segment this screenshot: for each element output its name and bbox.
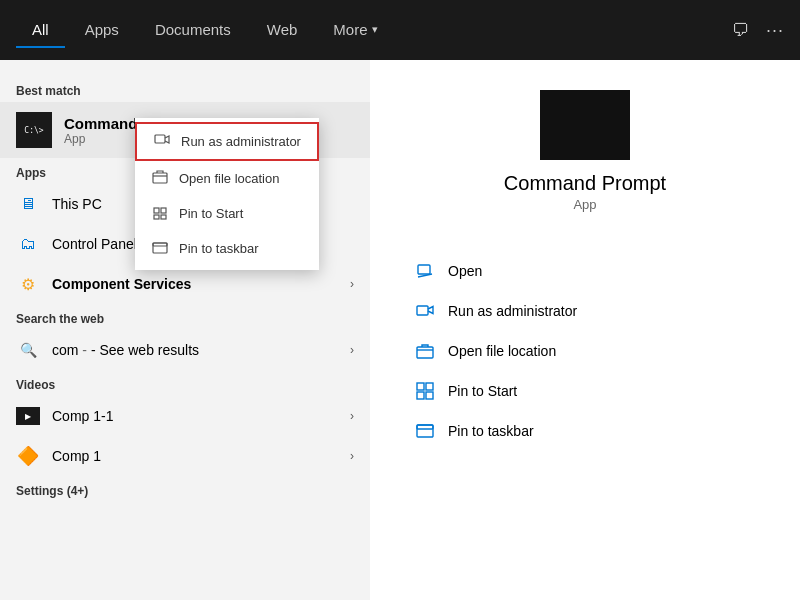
right-app-name: Command Prompt: [504, 172, 666, 195]
svg-rect-13: [417, 392, 424, 399]
app-preview: Command Prompt App: [410, 90, 760, 212]
svg-rect-3: [161, 208, 166, 213]
right-app-type: App: [573, 197, 596, 212]
video-comp11-icon: ▶: [16, 404, 40, 428]
right-pin-start-icon: [414, 380, 436, 402]
context-menu-item-pin-taskbar[interactable]: Pin to taskbar: [135, 231, 319, 266]
header-actions: 🗩 ···: [732, 20, 784, 41]
right-action-open-location[interactable]: Open file location: [410, 332, 760, 370]
tab-all[interactable]: All: [16, 13, 65, 48]
web-search-icon: 🔍: [16, 338, 40, 362]
context-pin-start-label: Pin to Start: [179, 206, 243, 221]
cmd-preview-image: [540, 90, 630, 160]
comp1-chevron: ›: [350, 449, 354, 463]
comp11-chevron: ›: [350, 409, 354, 423]
right-actions: Open Run as administrator: [410, 252, 760, 450]
list-item-comp11[interactable]: ▶ Comp 1-1 ›: [0, 396, 370, 436]
right-action-open[interactable]: Open: [410, 252, 760, 290]
tab-more[interactable]: More ▾: [317, 13, 393, 48]
context-menu-item-run-as-admin[interactable]: Run as administrator: [135, 122, 319, 161]
web-label: Search the web: [0, 304, 370, 330]
svg-rect-4: [154, 215, 159, 219]
svg-rect-9: [417, 306, 428, 315]
web-search-item[interactable]: 🔍 com - - See web results ›: [0, 330, 370, 370]
svg-rect-16: [417, 425, 433, 429]
right-open-location-icon: [414, 340, 436, 362]
comp11-label: Comp 1-1: [52, 408, 113, 424]
open-location-icon: [151, 169, 169, 188]
this-pc-label: This PC: [52, 196, 102, 212]
right-action-pin-taskbar[interactable]: Pin to taskbar: [410, 412, 760, 450]
video-comp1-icon: 🔶: [16, 444, 40, 468]
more-options-icon[interactable]: ···: [766, 20, 784, 41]
right-action-run-admin[interactable]: Run as administrator: [410, 292, 760, 330]
comp1-label: Comp 1: [52, 448, 101, 464]
right-pin-start-label: Pin to Start: [448, 383, 517, 399]
nav-tabs: All Apps Documents Web More ▾: [16, 13, 394, 48]
svg-rect-0: [155, 135, 165, 143]
best-match-label: Best match: [0, 76, 370, 102]
main-content: Best match Command Prompt App Run as adm…: [0, 60, 800, 600]
svg-rect-5: [161, 215, 166, 219]
right-run-admin-label: Run as administrator: [448, 303, 577, 319]
component-services-label: Component Services: [52, 276, 191, 292]
chevron-down-icon: ▾: [372, 23, 378, 36]
svg-rect-10: [417, 347, 433, 358]
svg-rect-2: [154, 208, 159, 213]
right-open-label: Open: [448, 263, 482, 279]
svg-rect-8: [418, 265, 430, 274]
tab-documents[interactable]: Documents: [139, 13, 247, 48]
list-item-comp1[interactable]: 🔶 Comp 1 ›: [0, 436, 370, 476]
right-panel: Command Prompt App Open: [370, 60, 800, 600]
svg-rect-7: [153, 243, 167, 246]
header: All Apps Documents Web More ▾ 🗩 ···: [0, 0, 800, 60]
web-chevron: ›: [350, 343, 354, 357]
right-open-icon: [414, 260, 436, 282]
settings-label: Settings (4+): [0, 476, 370, 502]
right-open-location-label: Open file location: [448, 343, 556, 359]
feedback-icon[interactable]: 🗩: [732, 20, 750, 41]
run-as-admin-icon: [153, 132, 171, 151]
context-menu: Run as administrator Open file location: [135, 118, 319, 270]
context-open-location-label: Open file location: [179, 171, 279, 186]
list-item-component-services[interactable]: ⚙ Component Services ›: [0, 264, 370, 304]
tab-web[interactable]: Web: [251, 13, 314, 48]
right-pin-taskbar-icon: [414, 420, 436, 442]
svg-rect-6: [153, 243, 167, 253]
right-action-pin-start[interactable]: Pin to Start: [410, 372, 760, 410]
videos-label: Videos: [0, 370, 370, 396]
context-menu-item-pin-start[interactable]: Pin to Start: [135, 196, 319, 231]
left-panel: Best match Command Prompt App Run as adm…: [0, 60, 370, 600]
context-pin-taskbar-label: Pin to taskbar: [179, 241, 259, 256]
cmd-icon: [16, 112, 52, 148]
component-services-chevron: ›: [350, 277, 354, 291]
context-run-as-admin-label: Run as administrator: [181, 134, 301, 149]
pin-start-icon: [151, 204, 169, 223]
web-search-label: com - - See web results: [52, 342, 199, 358]
context-menu-item-open-location[interactable]: Open file location: [135, 161, 319, 196]
svg-rect-12: [426, 383, 433, 390]
this-pc-icon: 🖥: [16, 192, 40, 216]
right-run-admin-icon: [414, 300, 436, 322]
svg-rect-1: [153, 173, 167, 183]
svg-rect-15: [417, 425, 433, 437]
pin-taskbar-icon: [151, 239, 169, 258]
control-panel-label: Control Panel: [52, 236, 137, 252]
svg-rect-11: [417, 383, 424, 390]
svg-rect-14: [426, 392, 433, 399]
component-services-icon: ⚙: [16, 272, 40, 296]
tab-apps[interactable]: Apps: [69, 13, 135, 48]
right-pin-taskbar-label: Pin to taskbar: [448, 423, 534, 439]
control-panel-icon: 🗂: [16, 232, 40, 256]
